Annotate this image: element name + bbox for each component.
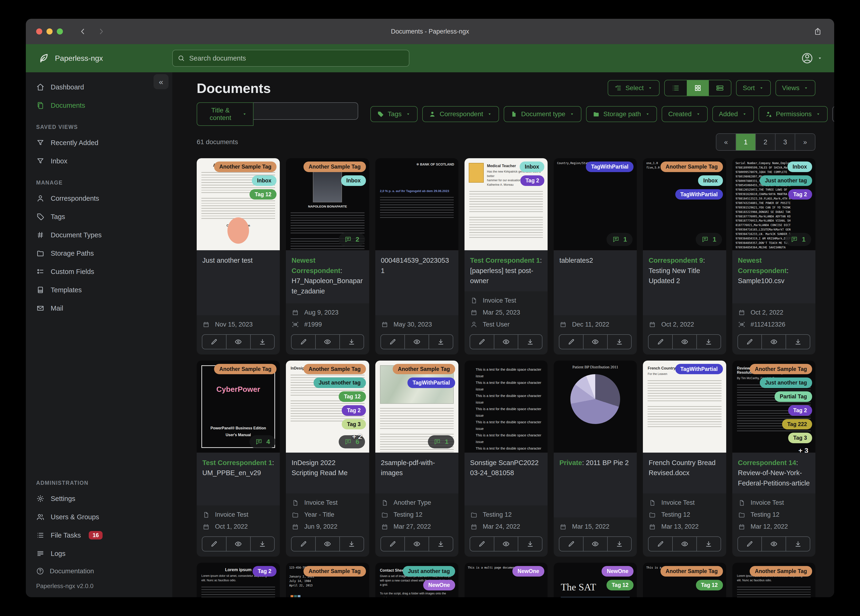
sidebar-collapse-icon[interactable]: «: [154, 74, 168, 89]
document-correspondent[interactable]: Private: [559, 459, 582, 467]
user-avatar-icon[interactable]: [801, 52, 813, 64]
sidebar-item-recently-added[interactable]: Recently Added: [26, 134, 172, 152]
document-thumbnail[interactable]: Lorem ipsumLorem ipsum dolor sit amet, c…: [197, 563, 280, 597]
download-button[interactable]: [607, 335, 631, 349]
preview-button[interactable]: [761, 537, 786, 551]
edit-button[interactable]: [381, 537, 405, 551]
preview-button[interactable]: [672, 335, 697, 349]
brand[interactable]: Paperless-ngx: [26, 53, 172, 64]
page-prev[interactable]: «: [716, 134, 736, 150]
tag-pill[interactable]: Another Sample Tag: [303, 364, 366, 374]
comment-badge[interactable]: 4: [250, 435, 276, 448]
edit-button[interactable]: [559, 537, 583, 551]
tag-pill[interactable]: Inbox: [341, 175, 366, 186]
tag-pill[interactable]: Partial Tag: [775, 391, 812, 402]
tag-pill[interactable]: Inbox: [698, 175, 723, 186]
created-filter-button[interactable]: Created: [662, 106, 708, 122]
document-thumbnail[interactable]: Another Sample TagTagWithPartial1: [375, 361, 458, 453]
document-thumbnail[interactable]: French Country BreadFor the LeavenTagWit…: [643, 361, 726, 453]
tag-pill[interactable]: Tag 12: [606, 580, 634, 591]
tag-pill[interactable]: TagWithPartial: [675, 189, 723, 200]
document-thumbnail[interactable]: The SATPractice Test #1Make time to take…: [554, 563, 637, 597]
download-button[interactable]: [339, 335, 364, 349]
edit-button[interactable]: [470, 537, 494, 551]
document-title[interactable]: Private: 2011 BP Pie 2: [554, 453, 637, 518]
document-title[interactable]: 0004814539_20230531: [375, 250, 458, 315]
document-type-filter-button[interactable]: Document type: [504, 106, 581, 122]
tag-pill[interactable]: Tag 2: [788, 189, 812, 200]
sidebar-item-documentation[interactable]: Documentation: [26, 563, 172, 580]
document-thumbnail[interactable]: Contact Sheet DemoGiven a set of image f…: [375, 563, 458, 597]
download-button[interactable]: [250, 335, 275, 349]
tag-pill[interactable]: Another Sample Tag: [661, 566, 723, 577]
download-button[interactable]: [607, 537, 631, 551]
edit-button[interactable]: [559, 335, 583, 349]
preview-button[interactable]: [315, 335, 339, 349]
preview-button[interactable]: [315, 537, 339, 551]
sidebar-item-custom-fields[interactable]: Custom Fields: [26, 262, 172, 281]
back-icon[interactable]: [79, 27, 87, 35]
document-thumbnail[interactable]: one,1.0five,5.0Another Sample TagInboxTa…: [643, 158, 726, 250]
tag-pill[interactable]: Just another tag: [760, 377, 812, 388]
tag-pill[interactable]: TagWithPartial: [586, 162, 634, 172]
document-title[interactable]: 2sample-pdf-with-images: [375, 453, 458, 494]
download-button[interactable]: [428, 537, 453, 551]
tag-pill[interactable]: Tag 12: [696, 580, 723, 591]
document-thumbnail[interactable]: ✻ BANK OF SCOTLAND2,0 % p. a. auf Ihr Ta…: [375, 158, 458, 250]
reset-filters-button[interactable]: ×Reset filters: [832, 106, 834, 122]
tag-pill[interactable]: NewOne: [512, 566, 544, 577]
document-thumbnail[interactable]: NAPOLEON BONAPARTEAnother Sample TagInbo…: [286, 158, 369, 250]
document-thumbnail[interactable]: Serial Number,Company Name,Employe978818…: [732, 158, 815, 250]
tag-pill[interactable]: NewOne: [601, 566, 634, 577]
sidebar-item-logs[interactable]: Logs: [26, 544, 172, 563]
tags-filter-button[interactable]: Tags: [370, 106, 417, 122]
preview-button[interactable]: [226, 335, 250, 349]
page-next[interactable]: »: [795, 134, 815, 150]
document-thumbnail[interactable]: Medical TeacherHas the new Kirkpatrick g…: [465, 158, 548, 250]
preview-button[interactable]: [226, 537, 250, 551]
download-button[interactable]: [697, 537, 720, 551]
preview-button[interactable]: [672, 537, 697, 551]
tag-pill[interactable]: Tag 3: [788, 433, 812, 443]
tag-pill[interactable]: NewOne: [423, 580, 455, 591]
edit-button[interactable]: [648, 537, 672, 551]
document-thumbnail[interactable]: InDesign Scripting DocumentationAnother …: [286, 361, 369, 453]
tag-pill[interactable]: Just another tag: [314, 377, 366, 388]
download-button[interactable]: [518, 537, 542, 551]
comment-badge[interactable]: 1: [696, 233, 722, 246]
document-thumbnail[interactable]: Adobe Acrobat PDF FilesCupcake ipsumAnot…: [197, 158, 280, 250]
comment-badge[interactable]: 1: [428, 435, 454, 448]
correspondent-filter-button[interactable]: Correspondent: [422, 106, 499, 122]
document-title[interactable]: Test Correspondent 1: [paperless] test p…: [465, 250, 548, 291]
tag-pill[interactable]: Tag 3: [342, 419, 366, 430]
document-thumbnail[interactable]: Review of Arbitral Awards Shows Swift Re…: [732, 361, 815, 453]
document-thumbnail[interactable]: This is a multi page document. Page 1.Ne…: [465, 563, 548, 597]
edit-button[interactable]: [202, 335, 226, 349]
download-button[interactable]: [697, 335, 720, 349]
comment-badge[interactable]: 1: [785, 233, 811, 246]
preview-button[interactable]: [405, 335, 428, 349]
comment-badge[interactable]: 2: [339, 233, 365, 246]
edit-button[interactable]: [470, 335, 494, 349]
document-thumbnail[interactable]: This is a test for the double space char…: [465, 361, 548, 453]
comment-badge[interactable]: 1: [606, 233, 633, 246]
document-correspondent[interactable]: Newest Correspondent: [738, 256, 787, 274]
document-title[interactable]: Just another test: [197, 250, 280, 315]
title-content-filter-button[interactable]: Title & content: [197, 102, 254, 126]
sidebar-item-mail[interactable]: Mail: [26, 299, 172, 317]
tag-pill[interactable]: Inbox: [519, 162, 544, 172]
document-title[interactable]: Newest Correspondent: H7_Napoleon_Bonapa…: [286, 250, 369, 303]
select-button[interactable]: Select: [608, 80, 660, 96]
zoom-window-button[interactable]: [57, 28, 63, 35]
view-list-icon[interactable]: [665, 80, 687, 96]
document-title[interactable]: French Country Bread Revised.docx: [643, 453, 726, 494]
download-button[interactable]: [339, 537, 364, 551]
sidebar-item-templates[interactable]: Templates: [26, 281, 172, 299]
tag-pill[interactable]: Another Sample Tag: [303, 566, 366, 577]
tag-pill[interactable]: Another Sample Tag: [750, 364, 812, 374]
document-correspondent[interactable]: Test Correspondent 1: [202, 459, 272, 467]
tag-pill[interactable]: Tag 2: [342, 405, 366, 416]
tag-pill[interactable]: Tag 12: [339, 391, 366, 402]
page-2[interactable]: 2: [756, 134, 775, 150]
preview-button[interactable]: [583, 537, 607, 551]
